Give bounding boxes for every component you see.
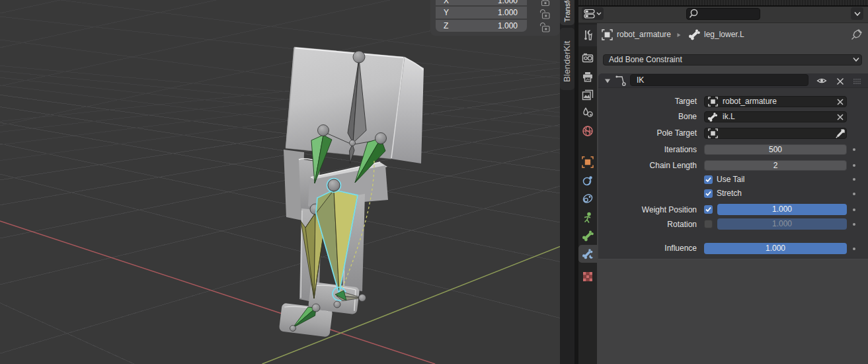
svg-text:BlenderKit: BlenderKit (562, 40, 572, 82)
svg-text:Transform: Transform (563, 0, 571, 23)
